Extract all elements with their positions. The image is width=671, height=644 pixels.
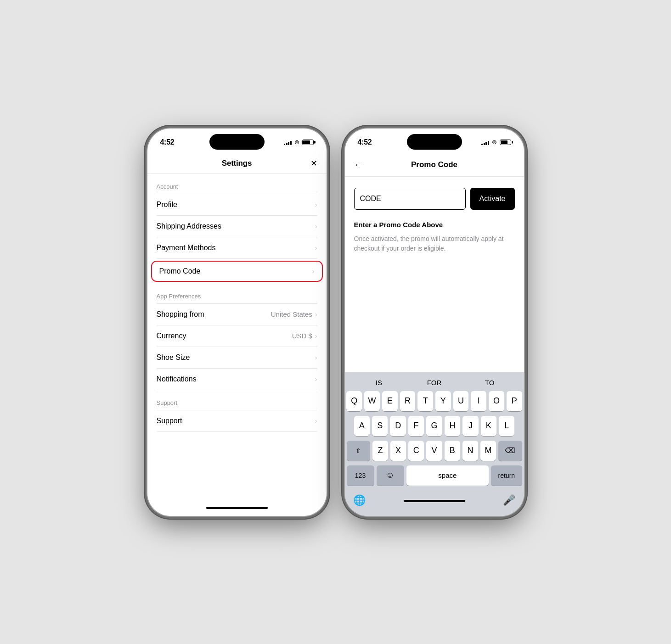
row-right-shipping: › bbox=[315, 223, 317, 230]
key-emoji[interactable]: ☺ bbox=[377, 465, 404, 486]
key-s[interactable]: S bbox=[372, 416, 388, 436]
key-k[interactable]: K bbox=[481, 416, 496, 436]
promo-code-input[interactable] bbox=[354, 188, 466, 210]
row-label-promo: Promo Code bbox=[159, 267, 201, 275]
settings-row-shipping[interactable]: Shipping Addresses › bbox=[147, 216, 327, 237]
key-j[interactable]: J bbox=[462, 416, 478, 436]
chevron-icon: › bbox=[315, 332, 317, 340]
phone-settings: 4:52 ⊜ Settings ✕ Account P bbox=[147, 129, 327, 516]
row-right-notifications: › bbox=[315, 375, 317, 383]
settings-header: Settings ✕ bbox=[147, 153, 327, 174]
chevron-icon: › bbox=[315, 375, 317, 383]
signal-icon bbox=[284, 140, 292, 145]
back-button[interactable]: ← bbox=[354, 159, 364, 171]
screen-content: Settings ✕ Account Profile › Shipping Ad… bbox=[147, 153, 327, 500]
section-label-support: Support bbox=[147, 390, 327, 410]
settings-row-shoe-size[interactable]: Shoe Size › bbox=[147, 347, 327, 368]
status-time: 4:52 bbox=[160, 138, 175, 146]
settings-row-profile[interactable]: Profile › bbox=[147, 194, 327, 215]
activate-button[interactable]: Activate bbox=[470, 188, 515, 210]
key-v[interactable]: V bbox=[426, 441, 442, 461]
key-q[interactable]: Q bbox=[346, 391, 362, 411]
key-g[interactable]: G bbox=[426, 416, 442, 436]
key-r[interactable]: R bbox=[400, 391, 416, 411]
key-w[interactable]: W bbox=[364, 391, 380, 411]
key-c[interactable]: C bbox=[408, 441, 424, 461]
key-e[interactable]: E bbox=[382, 391, 398, 411]
chevron-icon: › bbox=[315, 311, 317, 318]
key-o[interactable]: O bbox=[489, 391, 504, 411]
settings-row-payment[interactable]: Payment Methods › bbox=[147, 237, 327, 258]
phone-promo: 4:52 ⊜ ← Promo Code Activate bbox=[345, 129, 524, 516]
row-right-payment: › bbox=[315, 244, 317, 252]
key-backspace[interactable]: ⌫ bbox=[498, 441, 522, 461]
row-label-shipping: Shipping Addresses bbox=[157, 222, 221, 230]
status-icons: ⊜ bbox=[284, 139, 314, 146]
key-space[interactable]: space bbox=[406, 465, 489, 486]
row-label-shoe-size: Shoe Size bbox=[157, 353, 190, 362]
home-indicator bbox=[147, 500, 327, 516]
bottom-bar bbox=[404, 500, 465, 502]
wifi-icon-promo: ⊜ bbox=[492, 139, 497, 146]
mic-icon[interactable]: 🎤 bbox=[501, 492, 518, 509]
key-h[interactable]: H bbox=[445, 416, 460, 436]
row-right-shopping-from: United States › bbox=[271, 310, 317, 318]
suggestion-for[interactable]: FOR bbox=[406, 379, 462, 386]
key-123[interactable]: 123 bbox=[347, 465, 374, 486]
status-icons-promo: ⊜ bbox=[481, 139, 511, 146]
promo-screen-content: ← Promo Code Activate Enter a Promo Code… bbox=[345, 153, 524, 516]
key-p[interactable]: P bbox=[507, 391, 522, 411]
dynamic-island bbox=[209, 134, 265, 150]
row-label-shopping-from: Shopping from bbox=[157, 310, 204, 319]
settings-row-currency[interactable]: Currency USD $ › bbox=[147, 325, 327, 347]
key-a[interactable]: A bbox=[354, 416, 370, 436]
divider bbox=[157, 258, 317, 259]
row-right-shoe-size: › bbox=[315, 354, 317, 361]
key-f[interactable]: F bbox=[408, 416, 424, 436]
wifi-icon: ⊜ bbox=[294, 139, 299, 146]
row-label-support: Support bbox=[157, 417, 182, 425]
chevron-icon: › bbox=[315, 201, 317, 208]
key-i[interactable]: I bbox=[471, 391, 486, 411]
key-b[interactable]: B bbox=[445, 441, 460, 461]
key-u[interactable]: U bbox=[453, 391, 469, 411]
key-t[interactable]: T bbox=[417, 391, 433, 411]
keyboard-row-4: 123 ☺ space return bbox=[347, 465, 522, 486]
key-m[interactable]: M bbox=[480, 441, 496, 461]
key-x[interactable]: X bbox=[390, 441, 406, 461]
row-label-currency: Currency bbox=[157, 332, 186, 340]
settings-row-shopping-from[interactable]: Shopping from United States › bbox=[147, 304, 327, 325]
key-z[interactable]: Z bbox=[372, 441, 388, 461]
chevron-icon: › bbox=[315, 417, 317, 425]
promo-content: Activate Enter a Promo Code Above Once a… bbox=[345, 177, 524, 372]
key-y[interactable]: Y bbox=[435, 391, 451, 411]
row-right-currency: USD $ › bbox=[292, 332, 317, 340]
shopping-from-value: United States bbox=[271, 310, 312, 318]
close-button[interactable]: ✕ bbox=[310, 158, 317, 168]
key-n[interactable]: N bbox=[462, 441, 478, 461]
dynamic-island bbox=[407, 134, 462, 150]
promo-hint-text: Once activated, the promo will automatic… bbox=[354, 234, 515, 253]
section-label-app-prefs: App Preferences bbox=[147, 284, 327, 303]
row-right-profile: › bbox=[315, 201, 317, 208]
globe-icon[interactable]: 🌐 bbox=[351, 492, 368, 509]
keyboard-row-3: ⇧ Z X C V B N M ⌫ bbox=[347, 441, 522, 461]
keyboard: IS FOR TO Q W E R T Y U I O P A S D bbox=[345, 372, 524, 516]
suggestion-is[interactable]: IS bbox=[351, 379, 407, 386]
promo-header: ← Promo Code bbox=[345, 153, 524, 177]
promo-title: Promo Code bbox=[411, 160, 457, 169]
row-label-payment: Payment Methods bbox=[157, 244, 216, 252]
key-l[interactable]: L bbox=[499, 416, 514, 436]
key-shift[interactable]: ⇧ bbox=[347, 441, 370, 461]
key-d[interactable]: D bbox=[390, 416, 406, 436]
keyboard-suggestions: IS FOR TO bbox=[347, 376, 522, 391]
key-return[interactable]: return bbox=[491, 465, 522, 486]
divider bbox=[157, 431, 317, 432]
signal-icon-promo bbox=[481, 140, 489, 145]
settings-row-notifications[interactable]: Notifications › bbox=[147, 369, 327, 390]
keyboard-bottom: 🌐 🎤 bbox=[347, 490, 522, 514]
settings-row-promo[interactable]: Promo Code › bbox=[151, 261, 323, 282]
settings-title: Settings bbox=[222, 159, 252, 168]
suggestion-to[interactable]: TO bbox=[462, 379, 518, 386]
settings-row-support[interactable]: Support › bbox=[147, 410, 327, 431]
